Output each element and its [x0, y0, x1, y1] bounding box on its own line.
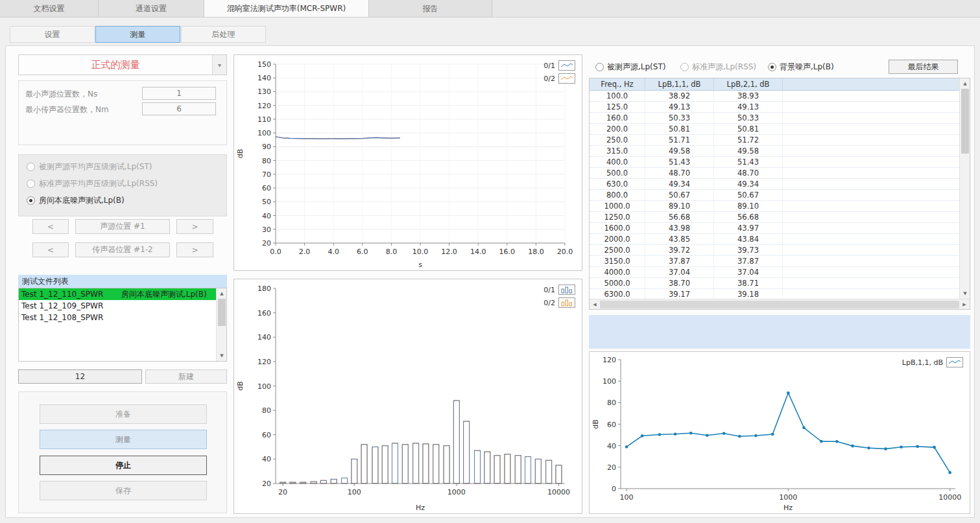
legend-entry: LpB,1,1, dB [902, 357, 963, 367]
source-next-button[interactable]: > [176, 219, 213, 234]
table-row[interactable]: 1600.043.9843.97 [590, 223, 959, 234]
scroll-right-icon[interactable]: ▶ [959, 299, 970, 310]
table-row[interactable]: 500.048.7048.70 [590, 168, 959, 179]
legend-line-icon [558, 60, 575, 71]
mic-next-button[interactable]: > [176, 242, 213, 257]
prepare-button[interactable]: 准备 [40, 404, 207, 424]
table-row[interactable]: 125.049.1349.13 [590, 102, 959, 113]
tab-report[interactable]: 报告 [369, 0, 492, 17]
svg-text:160: 160 [257, 309, 271, 318]
scroll-left-icon[interactable]: ◀ [590, 299, 600, 310]
tab-channel-settings[interactable]: 通道设置 [99, 0, 204, 17]
table-row[interactable]: 2000.043.8543.84 [590, 234, 959, 245]
file-list[interactable]: Test 1_12_110_SPWR房间本底噪声测试,Lp(B)Test 1_1… [18, 288, 227, 362]
svg-text:120: 120 [603, 356, 616, 364]
radio-test-type-1[interactable]: 标准声源平均声压级测试,Lp(RSS) [27, 178, 158, 189]
table-row[interactable]: 800.050.6750.67 [590, 190, 959, 201]
svg-text:12.0: 12.0 [441, 248, 457, 256]
table-row[interactable]: 160.050.3350.33 [590, 113, 959, 124]
list-item[interactable]: Test 1_12_109_SPWR [19, 300, 216, 312]
new-file-button[interactable]: 新建 [145, 369, 227, 384]
scroll-thumb[interactable] [600, 301, 959, 308]
table-cell: 43.97 [714, 223, 783, 233]
table-body: 100.038.9238.93125.049.1349.13160.050.33… [590, 91, 959, 299]
measure-button[interactable]: 测量 [40, 430, 207, 449]
table-row[interactable]: 1250.056.6856.68 [590, 212, 959, 223]
mic-prev-button[interactable]: < [32, 242, 69, 257]
radio-test-type-0[interactable]: 被测声源平均声压级测试,Lp(ST) [27, 161, 152, 172]
table-row[interactable]: 5000.038.7038.71 [590, 278, 959, 289]
table-hscrollbar[interactable]: ◀ ▶ [590, 299, 970, 309]
subtab-settings[interactable]: 设置 [10, 26, 95, 43]
table-row[interactable]: 6300.039.1739.18 [590, 289, 959, 299]
table-cell: 39.18 [714, 289, 783, 299]
radio-source-lprss[interactable]: 标准声源,Lp(RSS) [680, 62, 756, 72]
stop-button[interactable]: 停止 [40, 456, 207, 475]
table-row[interactable]: 250.051.7151.72 [590, 135, 959, 146]
spectrum-bar-chart: 2040608010012014016018020100100010000dBH… [233, 279, 582, 514]
column-header[interactable]: Freq., Hz [590, 78, 645, 90]
table-row[interactable]: 3150.037.8737.87 [590, 256, 959, 267]
subtab-postprocess[interactable]: 后处理 [181, 26, 266, 43]
chevron-down-icon[interactable]: ▾ [212, 55, 226, 75]
radio-label: 被测声源平均声压级测试,Lp(ST) [39, 161, 152, 172]
table-row[interactable]: 2500.039.7239.73 [590, 245, 959, 256]
table-row[interactable]: 4000.037.0437.04 [590, 267, 959, 278]
svg-text:s: s [418, 261, 422, 269]
svg-text:100: 100 [257, 382, 271, 391]
radio-icon[interactable] [27, 163, 35, 171]
table-cell-filler [783, 267, 959, 277]
column-header[interactable]: LpB,1,1, dB [645, 78, 714, 90]
radio-icon[interactable] [595, 63, 604, 71]
source-position-button[interactable]: 声源位置 #1 [75, 219, 170, 234]
column-header[interactable]: LpB,2,1, dB [714, 78, 783, 90]
table-row[interactable]: 400.051.4351.43 [590, 157, 959, 168]
test-type-radio-group: 被测声源平均声压级测试,Lp(ST)标准声源平均声压级测试,Lp(RSS)房间本… [18, 154, 227, 216]
table-cell: 51.43 [645, 157, 714, 167]
scroll-down-icon[interactable]: ▼ [217, 351, 227, 361]
svg-text:80: 80 [607, 399, 616, 407]
chart-legend: 0/10/2 [544, 60, 575, 84]
mic-position-button[interactable]: 传声器位置 #1-2 [75, 242, 170, 257]
table-cell: 49.58 [645, 146, 714, 156]
list-item[interactable]: Test 1_12_110_SPWR房间本底噪声测试,Lp(B) [19, 288, 216, 300]
radio-source-lpst[interactable]: 被测声源,Lp(ST) [595, 62, 665, 72]
scroll-thumb[interactable] [218, 299, 226, 326]
tab-mcr-spwr[interactable]: 混响室法测试声功率(MCR-SPWR) [204, 0, 369, 17]
table-cell-filler [783, 234, 959, 244]
svg-text:2.0: 2.0 [299, 248, 311, 256]
final-result-button[interactable]: 最后结果 [889, 60, 958, 74]
radio-icon[interactable] [680, 63, 689, 71]
subtab-measure[interactable]: 测量 [95, 26, 180, 43]
file-list-scrollbar[interactable]: ▲ ▼ [216, 288, 226, 361]
scroll-down-icon[interactable]: ▼ [960, 288, 970, 299]
scroll-thumb[interactable] [961, 89, 969, 154]
table-cell: 43.85 [645, 234, 714, 244]
list-item-desc: 房间本底噪声测试,Lp(B) [121, 288, 207, 300]
table-row[interactable]: 100.038.9238.93 [590, 91, 959, 102]
radio-test-type-2[interactable]: 房间本底噪声测试,Lp(B) [27, 195, 125, 205]
scroll-up-icon[interactable]: ▲ [960, 78, 970, 89]
table-vscrollbar[interactable]: ▲ ▼ [959, 78, 970, 299]
radio-icon[interactable] [27, 180, 35, 188]
file-count-button[interactable]: 12 [18, 369, 142, 384]
table-cell-filler [783, 135, 959, 145]
table-row[interactable]: 630.049.3449.34 [590, 179, 959, 190]
svg-text:120: 120 [257, 358, 271, 366]
save-button[interactable]: 保存 [40, 481, 207, 500]
measurement-mode-dropdown[interactable]: 正式的测量 ▾ [18, 54, 227, 75]
svg-text:140: 140 [257, 74, 271, 82]
radio-label: 被测声源,Lp(ST) [607, 62, 665, 73]
radio-icon[interactable] [27, 196, 35, 205]
tab-document-settings[interactable]: 文档设置 [0, 0, 99, 17]
radio-icon[interactable] [768, 63, 776, 71]
param-input-1[interactable]: 6 [142, 102, 216, 115]
source-prev-button[interactable]: < [32, 219, 69, 234]
table-row[interactable]: 315.049.5849.58 [590, 146, 959, 157]
radio-source-lpb[interactable]: 背景噪声,Lp(B) [768, 62, 834, 72]
param-input-0[interactable]: 1 [142, 87, 216, 100]
table-row[interactable]: 200.050.8150.81 [590, 124, 959, 135]
list-item[interactable]: Test 1_12_108_SPWR [19, 312, 216, 323]
scroll-up-icon[interactable]: ▲ [217, 288, 227, 299]
table-row[interactable]: 1000.089.1089.10 [590, 201, 959, 212]
